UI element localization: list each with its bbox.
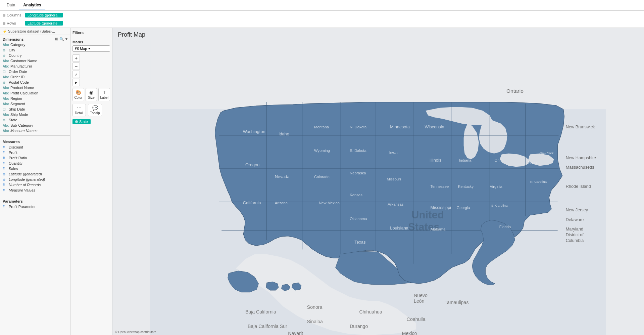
field-label: Number of Records xyxy=(9,183,41,187)
rows-pill[interactable]: Latitude (generate... xyxy=(25,21,63,26)
dimension-item[interactable]: ☐Order Date xyxy=(0,69,70,74)
svg-text:Florida: Florida xyxy=(499,225,511,229)
svg-text:Oklahoma: Oklahoma xyxy=(350,217,367,221)
measure-item[interactable]: ⊕Latitude (generated) xyxy=(0,171,70,177)
dimension-item[interactable]: AbcRegion xyxy=(0,96,70,101)
svg-text:Delaware: Delaware xyxy=(566,217,584,222)
mark-detail-button[interactable]: ⋯ Detail xyxy=(72,104,86,116)
dimensions-list: AbcCategory⊕City⊕CountryAbcCustomer Name… xyxy=(0,42,70,133)
map-container[interactable]: Ontario New Brunswick Massachusetts Rhod… xyxy=(112,40,644,335)
svg-text:Ohio: Ohio xyxy=(495,158,503,162)
mark-tooltip-button[interactable]: 💬 Tooltip xyxy=(88,104,102,116)
tab-data[interactable]: Data xyxy=(3,1,19,9)
tab-analytics[interactable]: Analytics xyxy=(19,1,45,9)
zoom-play-button[interactable]: ▶ xyxy=(72,79,80,86)
field-label: Discount xyxy=(9,145,23,149)
measure-item[interactable]: #Profit Ratio xyxy=(0,155,70,161)
field-label: Latitude (generated) xyxy=(9,172,42,176)
svg-text:Colorado: Colorado xyxy=(314,175,330,179)
measure-item[interactable]: ⊕Longitude (generated) xyxy=(0,177,70,182)
svg-text:Sonora: Sonora xyxy=(307,304,323,310)
svg-text:Arkansas: Arkansas xyxy=(388,202,403,206)
svg-text:District of: District of xyxy=(566,232,584,237)
abc-icon: Abc xyxy=(3,124,9,127)
svg-text:New York: New York xyxy=(540,151,554,155)
dataset-row[interactable]: ⚡ Superstore dataset (Sales-... xyxy=(0,28,70,35)
marks-section: Marks 🗺 Map ▾ + − ⤢ ▶ 🎨 Color xyxy=(72,40,110,124)
columns-pill[interactable]: Longitude (genera... xyxy=(25,13,63,17)
search-icon[interactable]: 🔍 xyxy=(59,37,64,41)
svg-text:Kentucky: Kentucky xyxy=(458,184,474,189)
svg-text:Idaho: Idaho xyxy=(279,131,289,136)
measure-item[interactable]: #Sales xyxy=(0,166,70,171)
mark-label-button[interactable]: T Label xyxy=(98,88,110,101)
mark-color-button[interactable]: 🎨 Color xyxy=(72,88,84,101)
field-label: Manufacturer xyxy=(10,64,32,68)
measure-item[interactable]: #Measure Values xyxy=(0,187,70,193)
dimension-item[interactable]: AbcProfit Calculation xyxy=(0,90,70,96)
hash-icon: # xyxy=(3,205,7,209)
field-label: Profit xyxy=(9,151,17,155)
dimension-item[interactable]: AbcCategory xyxy=(0,42,70,47)
marks-dropdown-label: Map xyxy=(80,47,87,51)
hash-icon: # xyxy=(3,156,7,160)
svg-text:Nuevo: Nuevo xyxy=(414,293,428,298)
zoom-fit-button[interactable]: ⤢ xyxy=(72,71,80,78)
svg-text:Louisiana: Louisiana xyxy=(390,225,408,231)
measure-item[interactable]: #Discount xyxy=(0,144,70,150)
dimension-item[interactable]: AbcMeasure Names xyxy=(0,128,70,133)
marks-dropdown[interactable]: 🗺 Map ▾ xyxy=(72,45,110,52)
svg-text:Alabama: Alabama xyxy=(431,227,446,231)
measure-item[interactable]: #Profit xyxy=(0,150,70,155)
marks-label: Marks xyxy=(72,40,110,44)
svg-text:Tamaulipas: Tamaulipas xyxy=(445,300,468,305)
field-label: Profit Ratio xyxy=(9,156,27,160)
svg-text:Oregon: Oregon xyxy=(245,162,259,167)
columns-shelf: ⊞ Columns Longitude (genera... xyxy=(3,11,641,19)
dimension-item[interactable]: ⊕State xyxy=(0,117,70,123)
dimension-item[interactable]: ☐Ship Date xyxy=(0,107,70,112)
globe-measure-icon: ⊕ xyxy=(3,172,7,176)
measures-list: #Discount#Profit#Profit Ratio#Quantity#S… xyxy=(0,144,70,193)
svg-text:Ontario: Ontario xyxy=(506,88,524,94)
columns-label: ⊞ Columns xyxy=(3,13,23,17)
map-panel: Profit Map Ontario New Brunswick Massach… xyxy=(112,28,644,335)
top-bar: Data Analytics xyxy=(0,0,644,11)
svg-text:Nayarit: Nayarit xyxy=(288,331,303,335)
dimension-item[interactable]: AbcSegment xyxy=(0,101,70,107)
chevron-icon[interactable]: ▾ xyxy=(65,37,67,41)
size-icon: ◉ xyxy=(89,90,93,95)
label-label: Label xyxy=(100,96,108,99)
measures-divider xyxy=(0,135,70,136)
svg-text:S. Carolina: S. Carolina xyxy=(491,204,508,207)
dimension-item[interactable]: AbcOrder ID xyxy=(0,74,70,80)
left-panel: ⚡ Superstore dataset (Sales-... Dimensio… xyxy=(0,28,70,335)
dimension-item[interactable]: AbcSub-Category xyxy=(0,123,70,128)
svg-text:Mexico: Mexico xyxy=(402,331,417,335)
tooltip-label: Tooltip xyxy=(90,111,100,115)
field-label: Country xyxy=(9,53,22,57)
state-pill[interactable]: State xyxy=(72,119,91,124)
hash-icon: # xyxy=(3,188,7,192)
dimension-item[interactable]: AbcShip Mode xyxy=(0,112,70,117)
dimension-item[interactable]: ⊕Postal Code xyxy=(0,80,70,85)
hash-icon: # xyxy=(3,145,7,149)
dataset-icon: ⚡ xyxy=(3,30,7,33)
field-label: Ship Mode xyxy=(10,113,28,117)
dimension-item[interactable]: ⊕City xyxy=(0,47,70,53)
zoom-out-button[interactable]: − xyxy=(72,62,80,70)
parameter-item[interactable]: #Profit Parameter xyxy=(0,204,70,209)
dimension-item[interactable]: AbcCustomer Name xyxy=(0,58,70,64)
zoom-in-button[interactable]: + xyxy=(72,54,80,62)
tooltip-icon: 💬 xyxy=(92,105,98,111)
measure-item[interactable]: #Number of Records xyxy=(0,182,70,187)
measure-item[interactable]: #Quantity xyxy=(0,161,70,166)
dimension-item[interactable]: AbcProduct Name xyxy=(0,85,70,90)
dimension-item[interactable]: AbcManufacturer xyxy=(0,64,70,69)
dimension-item[interactable]: ⊕Country xyxy=(0,53,70,58)
mark-size-button[interactable]: ◉ Size xyxy=(86,88,97,101)
grid-icon[interactable]: ⊞ xyxy=(55,37,58,41)
hash-icon: # xyxy=(3,183,7,187)
mark-detail-row: ⋯ Detail 💬 Tooltip xyxy=(72,104,110,116)
abc-icon: Abc xyxy=(3,59,9,63)
